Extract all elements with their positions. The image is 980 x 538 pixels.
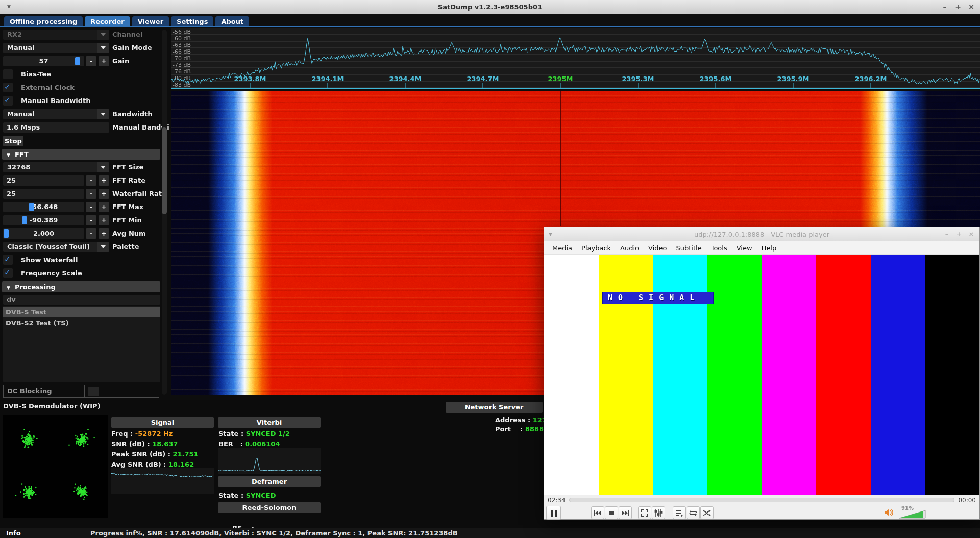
gain-mode-select[interactable]: Manual xyxy=(3,43,109,53)
vlc-menu-view[interactable]: View xyxy=(732,244,757,252)
waterfall-rate-decrease-button[interactable]: - xyxy=(86,189,96,199)
vlc-menu-media[interactable]: Media xyxy=(548,244,577,252)
vlc-menu-help[interactable]: Help xyxy=(757,244,781,252)
random-button[interactable] xyxy=(700,506,714,519)
fft-rate-input[interactable]: 25 xyxy=(3,175,84,186)
gain-slider[interactable]: 57 xyxy=(3,56,84,66)
pipeline-search-input[interactable]: dv xyxy=(3,295,160,305)
vlc-minimize-button[interactable]: – xyxy=(941,227,953,241)
fft-header-label: FFT xyxy=(15,150,29,158)
tab-offline-processing[interactable]: Offline processing xyxy=(4,16,83,27)
maximize-button[interactable]: + xyxy=(951,0,965,14)
next-button[interactable] xyxy=(619,506,632,519)
fft-min-slider[interactable]: -90.389 xyxy=(3,215,84,225)
fft-max-decrease-button[interactable]: - xyxy=(86,202,96,212)
fullscreen-button[interactable] xyxy=(638,506,651,519)
close-button[interactable]: × xyxy=(965,0,978,14)
samplerate-row: 1.6 Msps Manual Bandwi xyxy=(0,122,169,133)
seek-slider[interactable] xyxy=(569,498,955,502)
fft-min-decrease-button[interactable]: - xyxy=(86,215,96,225)
palette-select[interactable]: Classic [Youssef Touil] xyxy=(3,242,109,252)
sidebar-scrollbar-grab[interactable] xyxy=(162,127,167,214)
stop-button[interactable]: Stop xyxy=(3,136,23,146)
fullscreen-icon xyxy=(640,508,649,518)
svg-text:2394.4M: 2394.4M xyxy=(389,75,421,83)
gain-mode-label: Gain Mode xyxy=(112,43,152,53)
minimize-button[interactable]: – xyxy=(938,0,951,14)
playlist-button[interactable] xyxy=(673,506,686,519)
gain-decrease-button[interactable]: - xyxy=(86,56,96,66)
avg-num-increase-button[interactable]: + xyxy=(99,228,109,239)
vlc-close-button[interactable]: × xyxy=(965,227,977,241)
fft-min-value: -90.389 xyxy=(30,216,58,224)
constellation-diagram xyxy=(3,415,108,518)
vlc-menu-tools[interactable]: Tools xyxy=(706,244,732,252)
channel-select[interactable]: RX2 xyxy=(3,30,109,40)
color-bar-4 xyxy=(762,255,817,495)
bandwidth-select[interactable]: Manual xyxy=(3,109,109,119)
bandwidth-value: Manual xyxy=(7,109,34,119)
avg-num-slider[interactable]: 2.000 xyxy=(3,228,84,239)
fft-rate-increase-button[interactable]: + xyxy=(99,175,109,186)
gain-row: 57 - + Gain xyxy=(0,56,169,66)
resize-grip-icon[interactable]: ... xyxy=(974,515,978,519)
vlc-menu-video[interactable]: Video xyxy=(644,244,671,252)
external-clock-label: External Clock xyxy=(21,83,75,93)
fft-min-label: FFT Min xyxy=(112,215,142,225)
waterfall-rate-input[interactable]: 25 xyxy=(3,189,84,199)
tab-viewer[interactable]: Viewer xyxy=(132,16,169,27)
volume-speaker-icon[interactable] xyxy=(884,508,895,517)
avg-num-label: Avg Num xyxy=(112,228,146,239)
loop-button[interactable] xyxy=(687,506,700,519)
pipeline-item-dvb-s-test[interactable]: DVB-S Test xyxy=(3,307,160,317)
vlc-window-title: udp://127.0.0.1:8888 - VLC media player xyxy=(544,227,979,241)
processing-section-header[interactable]: ▼Processing xyxy=(2,281,160,292)
fft-rate-row: 25 - + FFT Rate xyxy=(0,175,169,186)
previous-button[interactable] xyxy=(591,506,604,519)
vlc-seek-row: 02:34 00:00 xyxy=(544,495,979,505)
no-signal-overlay: NO SIGNAL xyxy=(602,292,714,304)
tab-recorder[interactable]: Recorder xyxy=(85,16,130,27)
waterfall-rate-increase-button[interactable]: + xyxy=(99,189,109,199)
tab-settings[interactable]: Settings xyxy=(171,16,213,27)
fft-size-select[interactable]: 32768 xyxy=(3,162,109,172)
fft-max-increase-button[interactable]: + xyxy=(99,202,109,212)
fft-min-increase-button[interactable]: + xyxy=(99,215,109,225)
fft-rate-decrease-button[interactable]: - xyxy=(86,175,96,186)
pipeline-item-dvb-s2-test[interactable]: DVB-S2 Test (TS) xyxy=(3,318,160,328)
palette-row: Classic [Youssef Touil] Palette xyxy=(0,242,169,252)
fft-max-slider[interactable]: -56.648 xyxy=(3,202,84,212)
fft-max-slider-grab[interactable] xyxy=(29,203,34,211)
external-clock-checkbox[interactable]: ✓ xyxy=(3,83,13,92)
gain-increase-button[interactable]: + xyxy=(99,56,109,66)
color-bar-6 xyxy=(871,255,925,495)
vlc-menu-subtitle[interactable]: Subtitle xyxy=(671,244,706,252)
stop-playback-button[interactable] xyxy=(605,506,618,519)
show-waterfall-checkbox[interactable]: ✓ xyxy=(3,255,13,265)
color-bar-0 xyxy=(544,255,599,495)
pause-button[interactable] xyxy=(546,506,561,520)
vlc-menu-playback[interactable]: Playback xyxy=(577,244,616,252)
avg-num-decrease-button[interactable]: - xyxy=(86,228,96,239)
satdump-window: ▼ SatDump v1.2.3-e98505b01 – + × Offline… xyxy=(0,0,980,538)
extended-settings-button[interactable] xyxy=(652,506,665,519)
avg-num-slider-grab[interactable] xyxy=(4,229,9,238)
bias-tee-checkbox[interactable] xyxy=(3,69,13,79)
manual-bandwidth-checkbox[interactable]: ✓ xyxy=(3,96,13,106)
gain-slider-grab[interactable] xyxy=(75,57,80,65)
tab-about[interactable]: About xyxy=(215,16,249,27)
fft-section-header[interactable]: ▼FFT xyxy=(2,149,160,160)
volume-slider[interactable] xyxy=(899,510,926,519)
chevron-down-icon xyxy=(97,242,109,252)
vlc-maximize-button[interactable]: + xyxy=(953,227,965,241)
frequency-scale-checkbox[interactable]: ✓ xyxy=(3,268,13,278)
dc-blocking-checkbox[interactable] xyxy=(88,387,99,396)
snr-history-graph xyxy=(111,468,214,494)
viterbi-state-label: State : xyxy=(218,430,243,438)
svg-text:2395.9M: 2395.9M xyxy=(777,75,809,83)
peak-snr-value: 21.751 xyxy=(173,450,198,458)
samplerate-input[interactable]: 1.6 Msps xyxy=(3,122,109,133)
vlc-menu-audio[interactable]: Audio xyxy=(616,244,644,252)
fft-min-slider-grab[interactable] xyxy=(22,216,27,224)
collapse-arrow-icon: ▼ xyxy=(7,285,10,290)
